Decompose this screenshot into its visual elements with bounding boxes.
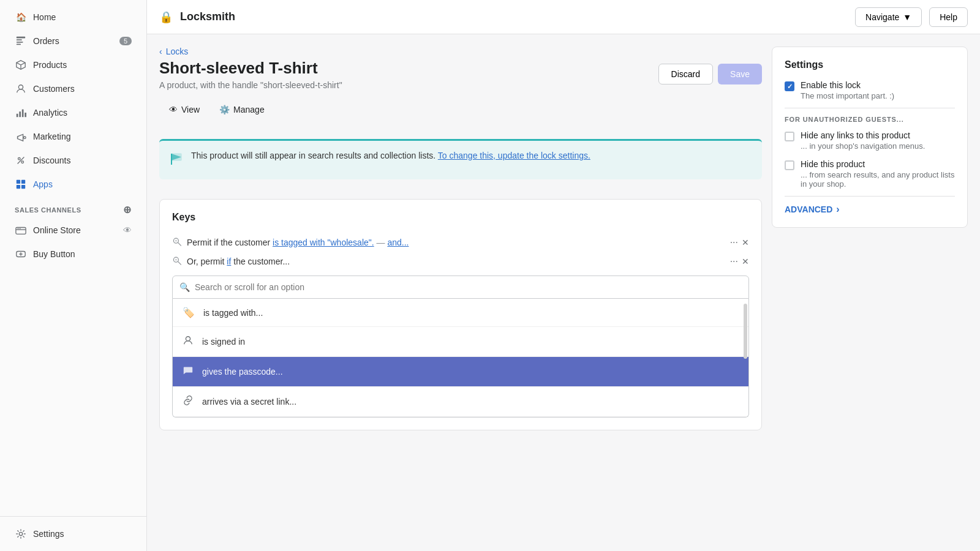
page-subtitle: A product, with the handle "short-sleeve… [159,80,342,90]
settings-card: Settings Enable this lock The most impor… [772,47,968,228]
key-text-2: Or, permit if the customer... [187,257,725,266]
key-link-wholesale[interactable]: is tagged with "wholesale". [273,238,374,247]
sidebar-item-analytics[interactable]: Analytics [5,101,141,124]
advanced-button[interactable]: ADVANCED › [785,204,955,215]
sidebar-item-orders[interactable]: Orders 5 [5,29,141,53]
key-more-button-2[interactable]: ··· [730,256,738,267]
page-tabs: 👁 View ⚙️ Manage [159,100,762,119]
sidebar-item-label: Analytics [33,108,67,118]
option-signed-in[interactable]: is signed in [173,327,748,357]
scrollbar[interactable] [744,299,747,417]
sidebar-item-settings[interactable]: Settings [5,522,141,545]
eye-tab-icon: 👁 [169,105,178,114]
banner-text: This product will still appear in search… [191,151,590,160]
save-button[interactable]: Save [718,64,762,84]
sidebar-item-label: Apps [33,179,53,189]
key-dropdown: 🔍 🏷️ is tagged with... is signed in [172,276,749,418]
orders-icon [15,35,27,47]
keys-card: Keys Permit if the customer is tagged wi… [159,199,762,430]
apps-icon [15,178,27,190]
enable-lock-checkbox[interactable] [785,81,794,91]
hide-links-text: Hide any links to this product ... in yo… [801,130,925,151]
sidebar-item-products[interactable]: Products [5,53,141,77]
breadcrumb[interactable]: ‹ Locks [159,47,762,56]
settings-divider [785,108,955,108]
products-icon [15,59,27,71]
sidebar-item-label: Buy Button [33,249,75,259]
svg-rect-18 [16,228,26,234]
manage-tab[interactable]: ⚙️ Manage [209,100,274,119]
eye-icon[interactable]: 👁 [123,225,132,235]
key-link-and[interactable]: and... [387,238,409,247]
sidebar-item-customers[interactable]: Customers [5,77,141,100]
svg-rect-8 [22,110,24,118]
sales-channels-label: SALES CHANNELS [15,206,81,214]
hide-product-label: Hide this product [801,159,955,169]
sidebar-item-marketing[interactable]: Marketing [5,125,141,148]
key-icon-2 [172,255,182,267]
option-tagged-with[interactable]: 🏷️ is tagged with... [173,299,748,327]
gear-tab-icon: ⚙️ [219,105,230,114]
sidebar-item-label: Home [33,12,56,22]
key-link-if[interactable]: if [227,257,231,266]
discounts-icon [15,154,27,167]
header-area: ‹ Locks Short-sleeved T-shirt A product,… [159,47,762,129]
topbar: 🔒 Locksmith Navigate ▼ Help [147,0,980,34]
sidebar-item-discounts[interactable]: Discounts [5,149,141,172]
chat-icon [183,365,194,378]
hide-product-desc: ... from search results, and any product… [801,170,955,189]
option-passcode[interactable]: gives the passcode... [173,357,748,387]
enable-lock-label: Enable this lock [801,80,894,90]
buy-button-icon [15,248,27,260]
svg-rect-0 [17,37,25,39]
svg-point-26 [175,240,177,242]
svg-point-22 [19,532,22,535]
banner-flag-icon [169,152,184,170]
svg-point-29 [186,337,190,341]
hide-links-label: Hide any links to this product [801,130,925,140]
banner-link[interactable]: To change this, update the lock settings… [438,151,590,160]
sidebar-item-buy-button[interactable]: Buy Button [5,242,141,266]
key-search-input[interactable] [172,276,749,299]
hide-product-text: Hide this product ... from search result… [801,159,955,189]
link-icon [183,395,194,408]
sidebar-item-label: Orders [33,36,59,46]
navigate-button[interactable]: Navigate ▼ [855,7,922,27]
sales-channels-section: SALES CHANNELS ⊕ [0,197,146,218]
svg-rect-2 [17,42,23,43]
option-secret-link[interactable]: arrives via a secret link... [173,387,748,417]
tag-icon: 🏷️ [183,307,195,318]
settings-icon [15,528,27,540]
settings-divider-2 [785,196,955,197]
hide-links-checkbox[interactable] [785,132,794,141]
add-sales-channel-button[interactable]: ⊕ [123,204,132,216]
key-remove-button-1[interactable]: ✕ [742,238,749,247]
sidebar-item-home[interactable]: 🏠 Home [5,6,141,29]
view-tab[interactable]: 👁 View [159,100,209,119]
key-remove-button-2[interactable]: ✕ [742,257,749,266]
key-more-button-1[interactable]: ··· [730,237,738,248]
key-row-1: Permit if the customer is tagged with "w… [172,233,749,252]
breadcrumb-arrow: ‹ [159,47,162,56]
customers-icon [15,83,27,95]
svg-rect-3 [17,44,21,45]
sidebar-item-label: Customers [33,84,75,94]
advanced-arrow-icon: › [836,204,839,215]
discard-button[interactable]: Discard [658,64,713,84]
sidebar-item-online-store[interactable]: Online Store 👁 [5,219,141,242]
hide-product-checkbox[interactable] [785,160,794,170]
hide-links-desc: ... in your shop's navigation menus. [801,141,925,151]
help-button[interactable]: Help [929,7,968,27]
dropdown-arrow-icon: ▼ [903,12,911,22]
breadcrumb-text: Locks [166,47,189,56]
svg-rect-14 [17,180,20,184]
sidebar-item-label: Settings [33,529,64,539]
advanced-label: ADVANCED [785,204,832,214]
svg-point-20 [20,228,21,229]
topbar-title: Locksmith [180,10,848,23]
key-row-2: Or, permit if the customer... ··· ✕ [172,252,749,271]
svg-point-5 [18,85,23,89]
svg-rect-17 [21,185,25,189]
sidebar-item-apps[interactable]: Apps [5,173,141,196]
page-content: ‹ Locks Short-sleeved T-shirt A product,… [147,34,980,551]
